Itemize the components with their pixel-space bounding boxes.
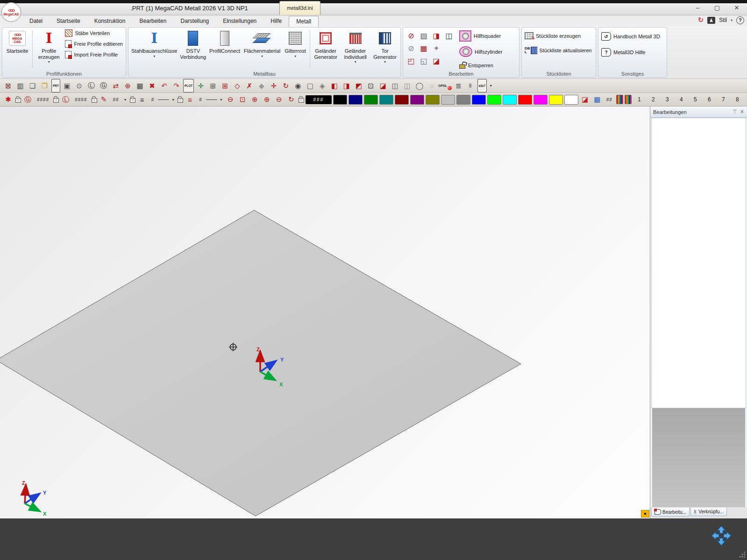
viewport-3d[interactable]: Z Y X Z Y X	[0, 106, 650, 518]
gelaender-generator-button[interactable]: Geländer Generator	[312, 28, 340, 61]
swatch-lime[interactable]	[487, 95, 501, 105]
linewidth-lock-icon[interactable]	[177, 96, 183, 103]
active-color-box[interactable]: ###	[306, 95, 332, 104]
view-5-button[interactable]: 5	[689, 94, 702, 105]
refresh-icon[interactable]: ↻	[698, 16, 704, 24]
menu-item-konstruktion[interactable]: Konstruktion	[87, 16, 133, 26]
swatch-maroon[interactable]	[395, 95, 409, 105]
flaechenmaterial-button[interactable]: Flächenmaterial ▾	[242, 28, 282, 60]
profile-erzeugen-button[interactable]: I Profile erzeugen ▾	[34, 28, 64, 65]
zoom-previous-icon[interactable]: ↻	[286, 94, 297, 105]
metall3d-hilfe-button[interactable]: ? Metall3D Hilfe	[600, 47, 662, 57]
view-4-button[interactable]: 4	[675, 94, 688, 105]
dstv-verbindung-button[interactable]: DSTV Verbindung	[178, 28, 207, 61]
add-view-cube-red-icon[interactable]: ⊞	[220, 80, 230, 91]
print-preview-icon[interactable]: ⊙	[74, 80, 85, 91]
tor-generator-button[interactable]: Tor Generator ▾	[371, 28, 399, 65]
swap-views-icon[interactable]: ⇄	[110, 80, 121, 91]
view-2-button[interactable]: 2	[647, 94, 660, 105]
open-folder-icon[interactable]: ❒	[39, 80, 50, 91]
move-plane-icon[interactable]: ◇	[232, 80, 242, 91]
plane-up-icon[interactable]: ◆	[256, 80, 267, 91]
stil-dropdown-icon[interactable]: ▾	[731, 18, 733, 22]
linewidth-dropdown-icon[interactable]: ▾	[219, 94, 224, 105]
view-1-button[interactable]: 1	[633, 94, 646, 105]
cube-shaded-icon[interactable]: ◈	[317, 80, 327, 91]
eraser-icon[interactable]: ◪	[580, 94, 590, 105]
cylinder-clip-icon[interactable]: ◌	[426, 80, 437, 91]
swatch-purple[interactable]	[410, 95, 424, 105]
tab-verknuepfungen[interactable]: ∞ Verknüpfu...	[690, 508, 727, 516]
zoom-minus-icon[interactable]: ⊖	[274, 94, 285, 105]
stueckliste-erzeugen-button[interactable]: Stückliste erzeugen	[523, 31, 593, 40]
view-8-button[interactable]: 8	[731, 94, 744, 105]
cylinder-trim-icon[interactable]: ⊘	[406, 43, 417, 54]
rotate-view-icon[interactable]: ↻	[280, 80, 291, 91]
resize-grip[interactable]	[739, 552, 745, 558]
profile-cope-icon[interactable]: ▨	[418, 30, 429, 41]
profile-trim-icon[interactable]: ⊘	[406, 30, 417, 41]
spacing-icon[interactable]: ◫	[443, 30, 455, 41]
page-l-icon[interactable]: Ⓛ	[86, 80, 97, 91]
paperclip-icon[interactable]: ∞	[465, 80, 476, 91]
char-convert-icon[interactable]: a3c7	[477, 79, 487, 92]
snap-asterisk-icon[interactable]: ✱	[3, 94, 14, 105]
zoom-out-icon[interactable]: ⊖	[225, 94, 236, 105]
minimize-button[interactable]: –	[694, 4, 701, 11]
swatch-navy[interactable]	[349, 95, 363, 105]
cylinder-mesh-icon[interactable]: ◫	[390, 80, 400, 91]
hilfszylinder-button[interactable]: Hilfszylinder	[458, 45, 504, 58]
open-box-red-icon[interactable]: ◪	[377, 80, 388, 91]
swatch-gray[interactable]	[456, 95, 470, 105]
ucs-axes-icon[interactable]: ✛	[195, 80, 206, 91]
freie-profile-editieren-button[interactable]: Freie Profile editieren	[64, 39, 124, 49]
menu-item-metall[interactable]: Metall	[289, 16, 319, 27]
startseite-button[interactable]: OOOMEGACAD Startseite	[4, 28, 31, 56]
redo-icon[interactable]: ↷	[171, 80, 182, 91]
cube-open-red-icon[interactable]: ◩	[353, 80, 364, 91]
swatch-magenta[interactable]	[534, 95, 548, 105]
stil-label[interactable]: Stil	[719, 17, 727, 23]
profilconnect-button[interactable]: ProfilConnect	[207, 28, 242, 56]
group-lock-icon[interactable]	[53, 96, 59, 103]
maximize-button[interactable]: ▢	[713, 4, 721, 11]
corner-joint-icon[interactable]: ✦	[431, 43, 442, 54]
bolt-grid-icon[interactable]: ▦	[418, 43, 429, 54]
swatch-blue[interactable]	[472, 95, 486, 105]
axes-center-icon[interactable]: ✛	[268, 80, 279, 91]
view-6-button[interactable]: 6	[703, 94, 716, 105]
view-3-button[interactable]: 3	[661, 94, 674, 105]
plot-icon[interactable]: PLOT	[183, 79, 194, 92]
document-tab[interactable]: metall3d.ini	[279, 1, 320, 15]
cube-iso-icon[interactable]: ▢	[305, 80, 315, 91]
more-tools-icon[interactable]: ▾	[488, 80, 493, 91]
staebe-verteilen-button[interactable]: Stäbe Verteilen	[64, 28, 124, 38]
save-prt-icon[interactable]: PRT	[51, 79, 60, 92]
palette-bars-icon[interactable]	[616, 95, 623, 104]
view-9-button[interactable]: 9	[745, 94, 747, 105]
palette-bars2-icon[interactable]	[625, 95, 632, 104]
cube-face-red-icon[interactable]: ◧	[329, 80, 340, 91]
new-file-icon[interactable]: ❏	[27, 80, 38, 91]
swatch-teal[interactable]	[379, 95, 393, 105]
swatch-white[interactable]	[564, 95, 578, 105]
swatch-green[interactable]	[364, 95, 378, 105]
stahlbauanschluesse-button[interactable]: I Stahlbauanschlüsse ▾	[130, 28, 178, 60]
pen-style-icon[interactable]: ✎	[99, 94, 109, 105]
screen-view-icon[interactable]: ⊡	[365, 80, 376, 91]
help-icon[interactable]: ?	[736, 16, 744, 24]
linewidth-icon[interactable]: ≡	[185, 94, 195, 105]
entsperren-button[interactable]: Entsperren	[458, 61, 504, 70]
import-freie-profile-button[interactable]: Import Freie Profile	[64, 50, 124, 59]
grid-screen-icon[interactable]: ▦	[135, 80, 145, 91]
zoom-screen-icon[interactable]: ⊕	[122, 80, 133, 91]
select-hatch-icon[interactable]: ⊠	[3, 80, 14, 91]
cylinder-smooth-icon[interactable]: ◯	[414, 80, 425, 91]
cube-hidden-red-icon[interactable]: ◨	[341, 80, 352, 91]
menu-item-einstellungen[interactable]: Einstellungen	[216, 16, 263, 26]
pan-arrows-icon[interactable]	[711, 525, 732, 546]
print-icon[interactable]: ▣	[62, 80, 72, 91]
swatch-yellow[interactable]	[549, 95, 563, 105]
swatch-olive[interactable]	[426, 95, 440, 105]
swatch-black[interactable]	[333, 95, 347, 105]
